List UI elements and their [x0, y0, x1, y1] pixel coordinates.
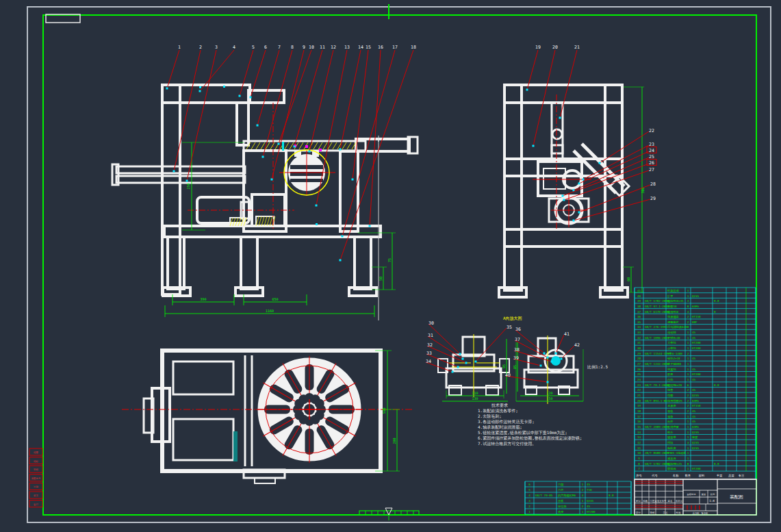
- bom-cell: 27: [637, 362, 641, 366]
- plan-view: [122, 351, 413, 483]
- leader-target-dot: [465, 362, 468, 364]
- notes-line: 6.紧固件须拧紧并加防松垫圈,整机表面按规定涂漆防锈;: [478, 435, 635, 441]
- notes-line: 3.各运动部件运转灵活无卡滞;: [478, 419, 635, 425]
- bom-cell: 1: [582, 510, 584, 514]
- bom-cell: 2: [687, 404, 689, 407]
- leader-target-dot: [316, 205, 318, 207]
- bom-cell: Q235: [692, 294, 700, 298]
- dim-text: 650: [272, 297, 278, 301]
- leader-line: [174, 50, 201, 171]
- callout-label: 17: [392, 45, 398, 50]
- callout-label: 20: [552, 45, 558, 50]
- leader-target-dot: [452, 371, 454, 373]
- leader-target-dot: [547, 357, 549, 359]
- leader-target-dot: [475, 361, 477, 363]
- bom-cell: 调整垫片: [667, 320, 680, 324]
- bom-cell: 34: [637, 325, 641, 329]
- bom-cell: 联轴器: [667, 467, 676, 470]
- hatch-line: [251, 142, 255, 149]
- bom-cell: 8: [638, 462, 640, 466]
- titleblock-scale: 1:4: [709, 499, 715, 503]
- leader-target-dot: [559, 117, 561, 119]
- revision-label: 描校: [34, 460, 38, 463]
- hatch-line: [323, 142, 327, 149]
- bom-cell: 18: [637, 409, 641, 413]
- bom-cell: 传动轴: [667, 331, 676, 334]
- bom-cell: 14: [637, 431, 641, 434]
- bom-cell: 65Mn: [692, 305, 700, 308]
- leader-line: [294, 50, 322, 147]
- bom-cell: 1: [687, 362, 689, 366]
- bom-cell: 1: [687, 467, 689, 470]
- leader-line: [316, 50, 347, 205]
- hatch-line: [347, 142, 351, 149]
- drawing-canvas[interactable]: A向放大图 比例1:2.5 装配图 1:4 共1张 第1张 3906501160…: [0, 0, 781, 532]
- bom-header-cell: 名称: [673, 474, 679, 477]
- callout-label: 38: [514, 347, 520, 353]
- bom-cell: 料斗: [667, 431, 674, 434]
- hatch-line: [261, 142, 265, 149]
- dim-text: 150: [546, 396, 552, 401]
- bom-header-cell: 总重: [728, 474, 734, 477]
- callout-label: 8: [291, 45, 294, 50]
- bom-cell: 10: [637, 451, 641, 455]
- hatch-line: [313, 142, 318, 149]
- bom-cell: 1: [687, 446, 689, 450]
- callout-label: 32: [427, 342, 433, 348]
- bom-cell: Q235: [692, 441, 700, 444]
- bom-cell: V带A-1400: [667, 352, 682, 355]
- bom-cell: 8.8: [609, 494, 614, 497]
- tb-label: 标记: [635, 500, 641, 503]
- callout-label: 12: [331, 45, 336, 50]
- callout-label: 27: [649, 167, 654, 173]
- leader-target-dot: [540, 365, 542, 367]
- bom-cell: 1: [687, 431, 689, 434]
- bom-cell: 1: [582, 483, 584, 486]
- callout-label: 36: [515, 327, 521, 332]
- callout-label: 29: [650, 196, 656, 201]
- bom-cell: 螺栓M8×25: [667, 462, 682, 466]
- bom-cell: 张紧轮: [667, 368, 676, 371]
- bom-cell: HT200: [692, 467, 701, 470]
- bom-cell: HT200: [692, 372, 701, 376]
- bom-cell: 1: [687, 368, 689, 371]
- bom-cell: 导轨: [667, 409, 674, 413]
- leader-line: [353, 50, 368, 179]
- bom-cell: 底座: [558, 510, 564, 514]
- bom-cell: 螺钉M6×20: [667, 383, 682, 387]
- leader-line: [505, 376, 548, 382]
- front-view: [112, 85, 418, 320]
- tb-label: 工艺: [663, 511, 668, 514]
- front-disc-mechanism: [279, 149, 335, 196]
- bom-cell: HT200: [587, 510, 596, 514]
- bom-cell: 36: [637, 315, 641, 318]
- leader-line: [579, 185, 650, 212]
- bom-cell: 螺母M10: [667, 310, 678, 314]
- callout-label: 6: [264, 45, 267, 50]
- bom-cell: 垫圈10: [667, 305, 677, 308]
- callout-label: 10: [309, 45, 314, 50]
- callout-label: 11: [320, 45, 325, 50]
- dim-text: 560: [382, 407, 386, 414]
- revision-label: 装订: [34, 503, 38, 506]
- leader-target-dot: [294, 146, 296, 148]
- bom-cell: 45: [692, 368, 696, 371]
- bom-cell: 减速器: [667, 457, 676, 460]
- bom-cell: 21: [637, 394, 641, 397]
- bom-cell: JB/T 8680-2008: [645, 451, 669, 455]
- bom-cell: 39: [637, 299, 641, 303]
- bom-cell: HT200: [692, 341, 701, 344]
- leader-target-dot: [262, 156, 264, 158]
- bom-header-cell: 代号: [651, 474, 658, 477]
- dim-text: 50: [379, 277, 383, 281]
- bom-cell: 内六角螺钉M6: [558, 494, 576, 497]
- bom-cell: 7: [638, 467, 640, 470]
- callout-label: 33: [426, 351, 432, 356]
- bom-header-cell: 材料: [698, 474, 705, 478]
- teal-bar: [233, 431, 238, 461]
- bom-cell: 1: [687, 425, 689, 429]
- bom-cell: 电机座: [667, 446, 676, 450]
- bom-cell: 8: [714, 310, 716, 314]
- bom-cell: 支承座: [667, 404, 676, 407]
- bom-cell: 小带轮: [667, 346, 676, 350]
